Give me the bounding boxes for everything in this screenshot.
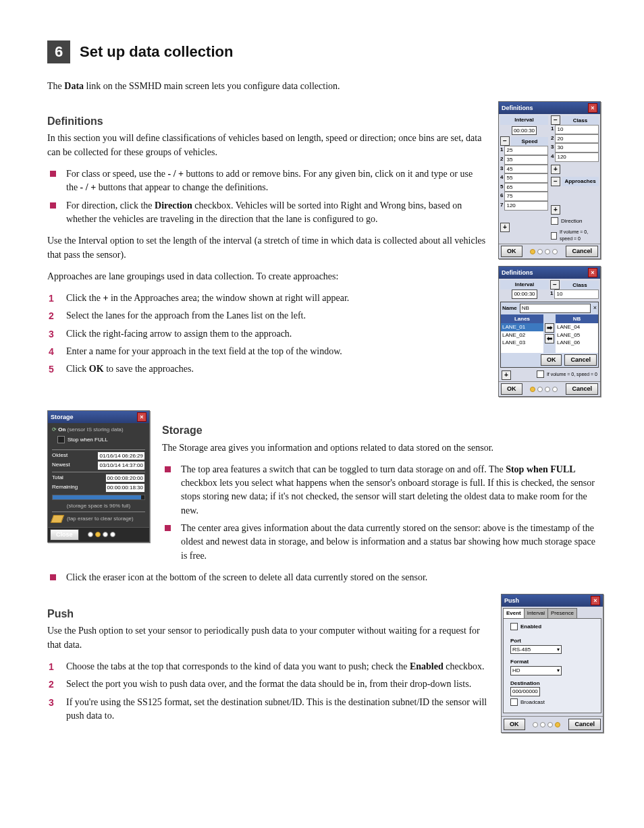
minus-button[interactable]: −	[551, 177, 560, 186]
destination-field[interactable]: 000/00000	[510, 687, 540, 696]
page-dots	[88, 532, 115, 537]
close-button[interactable]: Close	[50, 529, 79, 541]
port-select[interactable]: RS-485▾	[510, 645, 562, 655]
format-select[interactable]: HD▾	[510, 666, 562, 675]
speed-bin[interactable]: 120	[504, 201, 548, 211]
lane-item[interactable]: LANE_02	[501, 331, 543, 339]
cancel-button[interactable]: Cancel	[564, 354, 597, 366]
stop-when-full-checkbox[interactable]: Stop when FULL	[57, 436, 108, 444]
storage-bar	[52, 495, 145, 500]
arrow-right-icon[interactable]: ➡	[545, 323, 554, 333]
class-bin[interactable]: 10	[555, 125, 599, 134]
definitions-heading: Definitions	[47, 113, 486, 129]
ok-button[interactable]: OK	[501, 246, 522, 257]
lane-item[interactable]: LANE_04	[556, 323, 598, 331]
plus-button[interactable]: +	[551, 165, 560, 174]
storage-bullet-eraser: Click the eraser icon at the bottom of t…	[47, 571, 603, 584]
speed-bin[interactable]: 75	[504, 192, 548, 201]
ifvolume-checkbox[interactable]: If volume = 0, speed = 0	[551, 229, 599, 242]
arrow-left-icon[interactable]: ⬅	[545, 334, 554, 343]
ifvolume-checkbox[interactable]: If volume = 0, speed = 0	[537, 370, 597, 378]
tab-interval[interactable]: Interval	[524, 608, 548, 618]
lane-item[interactable]: LANE_05	[556, 331, 598, 339]
push-tabs[interactable]: Event Interval Presence	[503, 608, 601, 618]
class-bin[interactable]: 20	[555, 134, 599, 144]
push-step-3: If you're using the SS125 format, set th…	[47, 696, 489, 723]
interval-field[interactable]: 00:00:30	[512, 289, 537, 299]
approach-step-5: Click OK to save the approaches.	[47, 362, 486, 376]
cancel-button[interactable]: Cancel	[566, 246, 598, 257]
push-intro: Use the Push option to set your sensor t…	[47, 624, 489, 652]
minus-button[interactable]: −	[551, 115, 560, 125]
plus-button[interactable]: +	[500, 223, 510, 232]
storage-bullet-top: The top area features a switch that can …	[162, 463, 603, 518]
approach-step-4: Enter a name for your approach in the te…	[47, 345, 486, 358]
storage-intro: The Storage area gives you information a…	[162, 441, 603, 455]
cancel-button[interactable]: Cancel	[566, 383, 598, 395]
tab-event[interactable]: Event	[503, 608, 525, 618]
approach-name-field[interactable]: NB	[520, 304, 591, 313]
ok-button[interactable]: OK	[541, 354, 562, 366]
speed-bin[interactable]: 45	[504, 165, 548, 174]
minus-button[interactable]: −	[550, 280, 560, 289]
definitions-bullet-direction: For direction, click the Direction check…	[47, 199, 486, 227]
lane-item[interactable]: LANE_03	[501, 339, 543, 347]
plus-button[interactable]: +	[551, 205, 560, 215]
section-heading: 6 Set up data collection	[47, 40, 603, 63]
definitions-bullet-classspeed: For class or speed, use the - / + button…	[47, 167, 486, 195]
figure-definitions-window: Definitions× Interval 00:00:30 −Speed 12…	[498, 101, 601, 259]
chevron-down-icon: ▾	[557, 646, 560, 654]
chevron-down-icon: ▾	[557, 667, 560, 675]
cancel-button[interactable]: Cancel	[568, 719, 601, 730]
storage-bullet-center: The center area gives information about …	[162, 522, 603, 563]
approach-step-2: Select the lanes for the approach from t…	[47, 309, 486, 323]
interval-field[interactable]: 00:00:30	[512, 126, 537, 136]
enabled-checkbox[interactable]: Enabled	[510, 623, 541, 631]
definitions-intro: In this section you will define classifi…	[47, 132, 486, 159]
minus-button[interactable]: −	[500, 136, 510, 146]
ok-button[interactable]: OK	[501, 383, 522, 395]
push-heading: Push	[47, 606, 489, 622]
ok-button[interactable]: OK	[504, 719, 525, 730]
figure-storage-window: Storage× ⟳ On (sensor IS storing data) S…	[47, 410, 150, 542]
push-step-2: Select the port you wish to push data ov…	[47, 678, 489, 691]
speed-bin[interactable]: 55	[504, 173, 548, 183]
plus-button[interactable]: +	[502, 370, 511, 380]
close-icon[interactable]: ×	[137, 412, 146, 422]
definitions-approaches-paragraph: Approaches are lane groupings used in da…	[47, 270, 486, 283]
close-icon[interactable]: ×	[588, 268, 597, 277]
page-dots	[530, 387, 558, 392]
intro-paragraph: The Data link on the SSMHD main screen l…	[47, 80, 603, 93]
definitions-interval-paragraph: Use the Interval option to set the lengt…	[47, 234, 486, 262]
direction-checkbox[interactable]: Direction	[551, 217, 583, 225]
class-bin[interactable]: 30	[555, 143, 599, 153]
storage-heading: Storage	[162, 422, 603, 438]
close-icon[interactable]: ×	[588, 103, 597, 113]
page-dots	[530, 249, 558, 254]
section-title-text: Set up data collection	[80, 41, 233, 63]
figure-approach-editor-window: Definitions× Interval 00:00:30 −Class 11…	[498, 266, 601, 397]
page-dots	[533, 722, 560, 727]
section-number-badge: 6	[47, 40, 70, 63]
lane-item[interactable]: LANE_06	[556, 339, 598, 347]
class-bin[interactable]: 120	[555, 153, 599, 162]
tab-presence[interactable]: Presence	[547, 608, 577, 618]
lane-item[interactable]: LANE_01	[501, 323, 543, 331]
broadcast-checkbox[interactable]: Broadcast	[510, 698, 545, 707]
figure-push-window: Push× Event Interval Presence Enabled Po…	[501, 594, 603, 733]
close-icon[interactable]: ×	[593, 304, 597, 312]
speed-bin[interactable]: 65	[504, 183, 548, 192]
speed-bin[interactable]: 25	[504, 146, 548, 155]
approach-step-3: Click the right-facing arrow to assign t…	[47, 327, 486, 341]
close-icon[interactable]: ×	[591, 596, 600, 605]
push-step-1: Choose the tabs at the top that correspo…	[47, 660, 489, 673]
speed-bin[interactable]: 35	[504, 155, 548, 165]
eraser-icon[interactable]	[51, 515, 64, 523]
approach-step-1: Click the + in the Approaches area; the …	[47, 292, 486, 305]
